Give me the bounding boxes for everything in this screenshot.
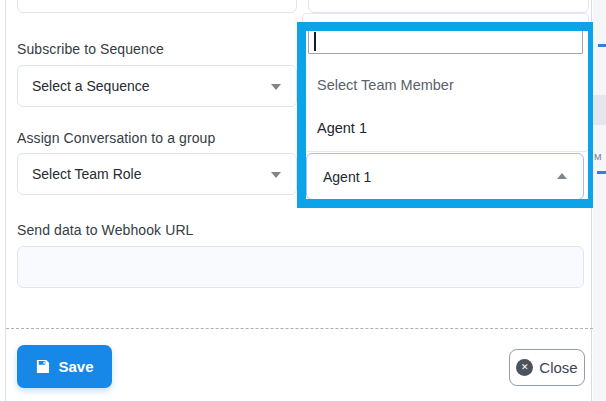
chevron-up-icon (557, 173, 567, 179)
group-select-value: Select Team Role (32, 166, 141, 182)
chevron-down-icon (271, 84, 281, 90)
footer-divider (6, 328, 593, 329)
team-member-option-placeholder[interactable]: Select Team Member (308, 70, 583, 100)
team-member-search-input[interactable] (308, 29, 583, 54)
team-member-select[interactable]: Agent 1 (306, 153, 584, 200)
close-button[interactable]: ✕ Close (509, 349, 585, 386)
background-fragment (597, 171, 606, 174)
top-left-field[interactable] (17, 0, 297, 13)
background-page-strip: M (593, 0, 606, 401)
modal-body: Subscribe to Sequence Select a Sequence … (5, 0, 592, 401)
close-button-label: Close (539, 359, 577, 376)
sequence-select[interactable]: Select a Sequence (17, 65, 297, 107)
group-select[interactable]: Select Team Role (17, 153, 297, 195)
save-button-label: Save (58, 358, 93, 375)
webhook-label: Send data to Webhook URL (17, 222, 193, 238)
save-icon (35, 359, 50, 374)
webhook-url-input[interactable] (17, 246, 584, 288)
background-fragment (593, 95, 606, 125)
chevron-down-icon (271, 172, 281, 178)
top-right-field[interactable] (308, 0, 589, 13)
team-member-option-agent1[interactable]: Agent 1 (308, 113, 583, 143)
background-fragment-text: M (594, 152, 602, 162)
sequence-select-value: Select a Sequence (32, 78, 150, 94)
save-button[interactable]: Save (17, 345, 112, 388)
team-member-select-value: Agent 1 (323, 169, 371, 185)
group-label: Assign Conversation to a group (17, 130, 215, 146)
sequence-label: Subscribe to Sequence (17, 41, 164, 57)
close-icon: ✕ (516, 359, 533, 376)
text-cursor (314, 32, 316, 51)
screen: Subscribe to Sequence Select a Sequence … (0, 0, 606, 401)
background-fragment (598, 44, 606, 47)
